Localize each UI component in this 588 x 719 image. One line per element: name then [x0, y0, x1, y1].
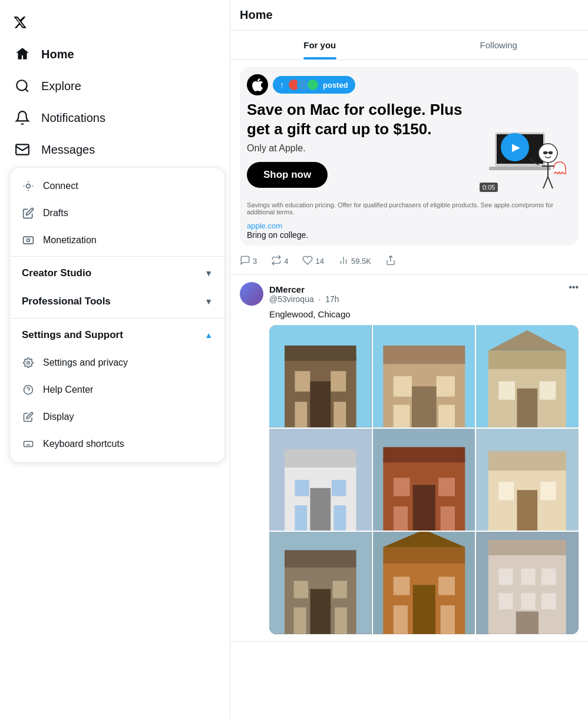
posted-badge: ↑ posted: [273, 76, 355, 94]
photo-cell-5: [373, 429, 475, 531]
bell-icon: [14, 110, 31, 126]
connect-icon: [22, 180, 35, 193]
tabs-bar: For you Following: [230, 31, 588, 60]
sidebar-item-home[interactable]: Home: [5, 39, 225, 69]
ad-subtext: Only at Apple.: [247, 143, 471, 154]
sidebar-item-connect[interactable]: Connect: [10, 173, 224, 200]
drafts-label: Drafts: [43, 208, 68, 218]
page-title: Home: [240, 8, 273, 21]
svg-rect-54: [295, 480, 309, 496]
comment-count: 3: [253, 257, 257, 266]
retweet-action[interactable]: 4: [271, 255, 288, 267]
svg-rect-32: [331, 371, 346, 392]
photo-cell-4: [269, 429, 372, 531]
views-action[interactable]: 59.5K: [338, 255, 371, 267]
dmercer-display-name: DMercer: [269, 284, 339, 294]
tweet2-header: DMercer @53viroqua · 17h •••: [240, 282, 579, 306]
svg-rect-80: [335, 608, 347, 634]
ad-link-preview: apple.com Bring on college.: [240, 219, 579, 246]
tweet2-user: DMercer @53viroqua · 17h: [240, 282, 339, 306]
messages-icon: [14, 141, 31, 158]
dmercer-tweet: DMercer @53viroqua · 17h ••• Englewood, …: [230, 275, 588, 642]
display-item[interactable]: Display: [10, 403, 224, 430]
tab-for-you[interactable]: For you: [230, 31, 409, 59]
ad-image-area: 0:05: [477, 100, 572, 194]
display-label: Display: [43, 412, 74, 422]
svg-point-4: [27, 239, 30, 242]
svg-rect-46: [488, 350, 566, 369]
drafts-icon: [22, 207, 35, 220]
svg-rect-1: [16, 144, 29, 154]
svg-rect-87: [393, 605, 407, 634]
like-action[interactable]: 14: [302, 255, 323, 267]
ad-header: ↑ posted: [240, 67, 579, 100]
settings-privacy-label: Settings and privacy: [43, 357, 128, 368]
svg-rect-42: [393, 405, 409, 427]
svg-rect-95: [541, 569, 556, 585]
help-center-label: Help Center: [43, 385, 93, 395]
svg-rect-8: [24, 442, 33, 447]
monetization-label: Monetization: [43, 235, 97, 246]
sidebar-item-drafts[interactable]: Drafts: [10, 200, 224, 227]
play-button[interactable]: [501, 133, 529, 161]
sidebar-item-explore[interactable]: Explore: [5, 71, 225, 101]
tweet-more-button[interactable]: •••: [569, 282, 579, 293]
x-logo-button[interactable]: [0, 5, 230, 38]
svg-point-13: [539, 144, 557, 163]
x-logo-icon: [9, 12, 31, 33]
svg-rect-40: [436, 376, 454, 397]
svg-rect-78: [310, 589, 331, 634]
svg-rect-62: [393, 478, 409, 496]
bar-chart-icon: [338, 255, 349, 267]
professional-tools-label: Professional Tools: [22, 296, 111, 307]
settings-support-header[interactable]: Settings and Support ▲: [10, 321, 224, 349]
share-action[interactable]: [385, 255, 396, 267]
views-count: 59.5K: [351, 257, 371, 266]
apple-logo-avatar: [247, 74, 268, 95]
connect-label: Connect: [43, 181, 78, 191]
svg-rect-63: [438, 478, 455, 496]
ad-link-url: apple.com: [247, 221, 572, 230]
svg-rect-56: [310, 488, 331, 531]
keyboard-shortcuts-item[interactable]: Keyboard shortcuts: [10, 430, 224, 458]
professional-tools-chevron: ▼: [204, 297, 213, 306]
ad-text-area: Save on Mac for college. Plus get a gift…: [247, 100, 471, 188]
apple-ad-card: ↑ posted Save on Mac for college. Plus g…: [240, 67, 579, 246]
svg-rect-72: [517, 490, 538, 531]
settings-privacy-item[interactable]: Settings and privacy: [10, 349, 224, 376]
apple-ad-tweet: ↑ posted Save on Mac for college. Plus g…: [230, 60, 588, 275]
tweet2-text: Englewood, Chicago: [240, 309, 579, 319]
svg-rect-64: [412, 485, 435, 531]
avatar-3: [306, 78, 319, 91]
tab-following[interactable]: Following: [409, 31, 589, 59]
svg-rect-66: [440, 506, 454, 531]
svg-rect-71: [541, 482, 556, 500]
sidebar-item-monetization[interactable]: Monetization: [10, 227, 224, 254]
photo-cell-7: [269, 532, 372, 634]
svg-rect-43: [438, 405, 455, 427]
svg-rect-88: [440, 605, 454, 634]
help-center-item[interactable]: Help Center: [10, 376, 224, 403]
settings-icon: [22, 356, 35, 369]
svg-rect-96: [499, 594, 513, 610]
photo-cell-9: [476, 532, 579, 634]
creator-studio-header[interactable]: Creator Studio ▼: [10, 259, 224, 287]
svg-rect-31: [295, 371, 310, 392]
svg-rect-83: [383, 547, 465, 564]
home-label: Home: [41, 48, 74, 61]
professional-tools-header[interactable]: Professional Tools ▼: [10, 287, 224, 316]
sidebar-item-messages[interactable]: Messages: [5, 134, 225, 165]
comment-icon: [240, 255, 250, 267]
svg-rect-97: [521, 594, 536, 610]
svg-point-5: [27, 362, 30, 365]
shop-now-button[interactable]: Shop now: [247, 162, 328, 188]
comment-action[interactable]: 3: [240, 255, 257, 267]
keyboard-shortcuts-label: Keyboard shortcuts: [43, 439, 124, 449]
svg-point-2: [27, 184, 31, 188]
ad-headline: Save on Mac for college. Plus get a gift…: [247, 100, 471, 138]
ad-timer: 0:05: [480, 183, 498, 192]
up-arrow-icon: ↑: [280, 80, 284, 90]
sidebar-item-notifications[interactable]: Notifications: [5, 102, 225, 133]
svg-rect-38: [383, 346, 465, 364]
monetization-icon: [22, 234, 35, 247]
